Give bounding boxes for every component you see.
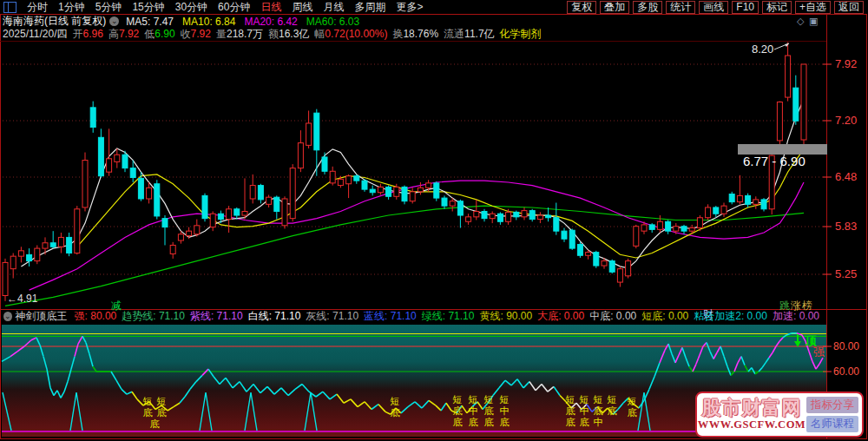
svg-text:短: 短 [594, 394, 603, 405]
svg-text:7.92: 7.92 [835, 57, 857, 70]
svg-text:底: 底 [594, 405, 603, 416]
svg-text:中: 中 [469, 405, 478, 416]
svg-text:中: 中 [594, 417, 603, 427]
toolbar-button-6[interactable]: 标记 [762, 1, 792, 14]
indicator-param-4: 灰线: 71.10 [306, 309, 358, 324]
menu-item-2[interactable]: 5分钟 [95, 0, 122, 15]
indicator-chevron-icon[interactable]: ⌄ [3, 312, 12, 321]
watermark-chip-1: 指标分享 [806, 397, 858, 413]
indicator-param-7: 黄线: 90.00 [479, 309, 532, 324]
ma-value-1: MA10: 6.84 [182, 16, 235, 28]
menu-item-7[interactable]: 周线 [292, 0, 312, 15]
indicator-param-6: 绿线: 71.10 [422, 309, 475, 324]
diamond-icon[interactable]: ◇ [797, 16, 804, 27]
indicator-param-9: 中底: 0.00 [589, 309, 636, 324]
chart-canvas: 7.927.206.485.835.256.77 - 6.908.20←4.91… [0, 0, 868, 441]
menu-item-8[interactable]: 月线 [323, 0, 344, 15]
menu-bar: 分时1分钟5分钟15分钟30分钟60分钟日线周线月线多周期更多> 复权叠加多股统… [0, 0, 868, 14]
info-token-3: 低6.90 [144, 27, 174, 42]
svg-text:短: 短 [143, 396, 153, 406]
indicator-param-10: 短底: 0.00 [641, 309, 688, 324]
ma-value-2: MA20: 6.42 [244, 16, 297, 28]
svg-text:底: 底 [150, 418, 160, 429]
info-bar: 2025/11/20/四开6.96高7.92低6.90收7.92量218.7万额… [0, 28, 825, 41]
svg-text:底: 底 [469, 417, 478, 427]
indicator-param-8: 大底: 0.00 [537, 309, 584, 324]
title-bar: 海南海药(日线 前复权) ⌄ MA5: 7.47MA10: 6.84MA20: … [0, 15, 825, 28]
indicator-param-3: 白线: 71.10 [248, 309, 301, 324]
svg-text:短: 短 [453, 394, 463, 405]
ma-value-0: MA5: 7.47 [126, 16, 174, 28]
indicator-param-2: 紫线: 71.10 [190, 309, 243, 324]
toolbar-button-2[interactable]: 多股 [633, 1, 662, 14]
toolbar-button-4[interactable]: 画线 [699, 1, 728, 14]
info-token-8: 换18.76% [392, 27, 438, 42]
svg-text:5.83: 5.83 [835, 220, 857, 233]
menu-item-1[interactable]: 1分钟 [58, 0, 85, 15]
svg-text:6.77 - 6.90: 6.77 - 6.90 [743, 154, 806, 168]
svg-text:底: 底 [453, 417, 463, 427]
watermark: 股市财富网 WWW.GSCFW.COM 指标分享 名师课程 [695, 392, 864, 438]
svg-text:短: 短 [500, 394, 510, 405]
info-token-2: 高7.92 [108, 27, 139, 42]
svg-text:底: 底 [566, 405, 575, 416]
window-split-icon[interactable] [3, 2, 16, 13]
svg-text:底: 底 [500, 417, 510, 427]
ma-value-3: MA60: 6.03 [306, 16, 359, 28]
svg-text:底: 底 [453, 405, 463, 416]
watermark-title: 股市财富网 [702, 398, 802, 418]
info-token-6: 额16.3亿 [268, 27, 309, 42]
indicator-param-0: 强: 80.00 [75, 309, 117, 324]
toolbar-button-3[interactable]: 统计 [666, 1, 695, 14]
svg-text:短: 短 [628, 396, 637, 406]
indicator-header: ⌄ 神剑顶底王 强: 80.00趋势线: 71.10紫线: 71.10白线: 7… [0, 310, 825, 323]
svg-text:短: 短 [566, 394, 575, 405]
panel-icon[interactable]: ▣ [809, 16, 818, 27]
svg-text:底: 底 [580, 417, 589, 427]
svg-text:60.00: 60.00 [833, 365, 859, 378]
toolbar-button-1[interactable]: 叠加 [600, 1, 629, 14]
toolbar-button-0[interactable]: 复权 [567, 1, 596, 14]
svg-text:8.20: 8.20 [752, 43, 773, 56]
menu-item-9[interactable]: 多周期 [354, 0, 385, 15]
svg-text:底: 底 [157, 407, 167, 418]
watermark-url: WWW.GSCFW.COM [698, 418, 806, 431]
svg-text:短: 短 [608, 394, 617, 405]
indicator-param-12: 加速: 0.00 [773, 309, 819, 324]
svg-text:底: 底 [484, 405, 494, 416]
indicator-name: 神剑顶底王 [16, 309, 68, 324]
svg-text:底: 底 [484, 417, 494, 427]
info-token-1: 开6.96 [73, 27, 103, 42]
menu-item-10[interactable]: 更多> [396, 0, 423, 15]
menu-item-5[interactable]: 60分钟 [218, 0, 250, 15]
menu-item-0[interactable]: 分时 [27, 0, 48, 15]
svg-text:底: 底 [143, 407, 153, 418]
indicator-param-11: 粘合加速2: 0.00 [694, 309, 767, 324]
toolbar-button-5[interactable]: F10 [732, 1, 759, 14]
info-token-9: 流通11.7亿 [444, 27, 494, 42]
info-token-10: 化学制剂 [500, 27, 542, 42]
menu-item-4[interactable]: 30分钟 [175, 0, 207, 15]
svg-text:7.20: 7.20 [835, 114, 857, 127]
svg-text:5.25: 5.25 [835, 267, 857, 280]
menu-item-3[interactable]: 15分钟 [132, 0, 164, 15]
svg-text:底: 底 [566, 417, 575, 427]
svg-text:强: 强 [813, 346, 825, 359]
svg-text:短: 短 [580, 394, 589, 405]
svg-text:底: 底 [391, 407, 400, 418]
toolbar-button-7[interactable]: +自选 [795, 1, 831, 14]
chevron-down-icon[interactable]: ⌄ [109, 16, 119, 26]
watermark-chip-2: 名师课程 [806, 416, 858, 432]
svg-text:中: 中 [500, 405, 510, 416]
svg-text:短: 短 [484, 394, 494, 405]
indicator-param-5: 蓝线: 71.10 [364, 309, 417, 324]
svg-text:6.48: 6.48 [835, 170, 857, 183]
toolbar-button-8[interactable]: 返回 [834, 1, 864, 14]
svg-text:短: 短 [391, 396, 400, 406]
svg-text:中: 中 [580, 405, 589, 416]
info-token-5: 量218.7万 [216, 27, 263, 42]
menu-item-6[interactable]: 日线 [260, 0, 281, 15]
info-token-0: 2025/11/20/四 [3, 27, 68, 42]
svg-text:底: 底 [628, 407, 637, 418]
svg-text:←4.91: ←4.91 [7, 293, 38, 305]
